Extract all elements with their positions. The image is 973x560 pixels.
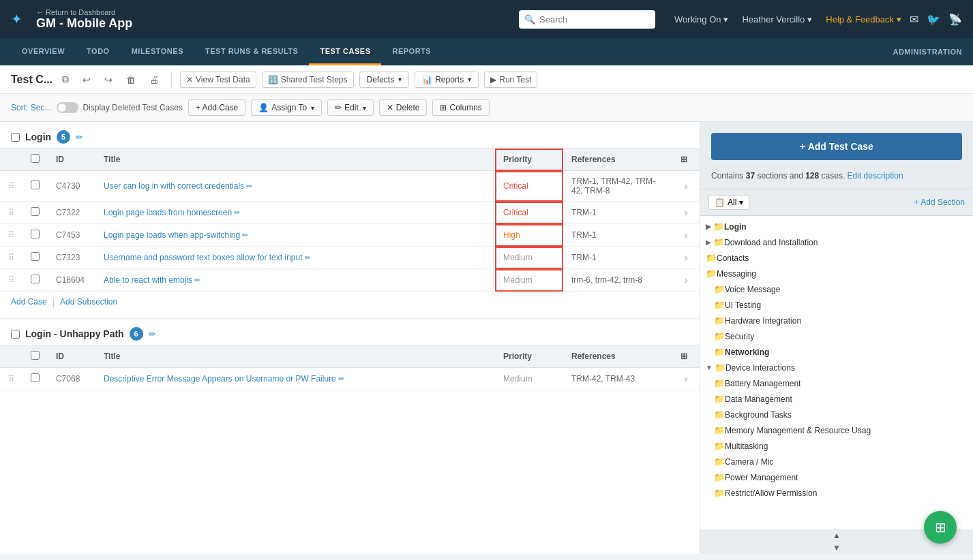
case-expand[interactable]: › (672, 368, 700, 390)
reports-btn[interactable]: 📊 Reports (415, 72, 479, 88)
case-expand[interactable]: › (672, 202, 700, 224)
add-test-case-btn[interactable]: + Add Test Case (711, 133, 962, 160)
case-expand[interactable]: › (672, 247, 700, 269)
shared-steps-btn[interactable]: 🔢 Shared Test Steps (262, 72, 354, 88)
drag-handle[interactable]: ⠿ (0, 269, 23, 292)
nav-milestones[interactable]: MILESTONES (121, 38, 194, 65)
row-checkbox[interactable] (31, 207, 40, 216)
nav-reports[interactable]: REPORTS (381, 38, 442, 65)
collapse-icon[interactable]: ▶ (706, 223, 711, 230)
add-subsection-link[interactable]: Add Subsection (60, 297, 117, 307)
fab-button[interactable]: ⊞ (924, 511, 957, 544)
print-btn[interactable]: 🖨 (145, 72, 163, 88)
tree-item[interactable]: 📁 Voice Message (700, 281, 973, 297)
case-title[interactable]: Login page loads from homescreen ✏ (95, 202, 495, 224)
drag-handle[interactable]: ⠿ (0, 247, 23, 269)
tree-item[interactable]: 📁 Data Management (700, 391, 973, 407)
columns-btn[interactable]: ⊞ Columns (432, 99, 489, 116)
search-input[interactable] (519, 10, 655, 29)
working-on-nav[interactable]: Working On ▾ (674, 14, 728, 25)
nav-administration[interactable]: ADMINISTRATION (893, 48, 962, 56)
mail-icon[interactable]: ✉ (910, 13, 918, 26)
login-section-edit-icon[interactable]: ✏ (76, 132, 83, 142)
tree-item[interactable]: ▶ 📁 Login (700, 219, 973, 234)
back-link[interactable]: ← Return to Dashboard (36, 8, 132, 16)
case-expand[interactable]: › (672, 224, 700, 247)
select-all-checkbox[interactable] (31, 154, 40, 163)
unhappy-section-checkbox[interactable] (11, 330, 20, 339)
nav-todo[interactable]: TODO (76, 38, 121, 65)
add-case-btn[interactable]: + Add Case (188, 99, 245, 116)
row-checkbox[interactable] (31, 181, 40, 189)
sort-value[interactable]: Sec... (31, 103, 52, 112)
folder-icon: 📁 (714, 394, 725, 404)
case-title[interactable]: Able to react with emojis ✏ (95, 269, 495, 292)
add-section-btn[interactable]: + Add Section (914, 198, 965, 207)
tree-item[interactable]: 📁 Messaging (700, 266, 973, 281)
edit-btn[interactable]: ✏ Edit (327, 99, 374, 116)
add-case-link[interactable]: Add Case (11, 297, 47, 307)
tree-filter-btn[interactable]: 📋 All ▾ (708, 195, 749, 210)
collapse-icon[interactable]: ▼ (706, 364, 713, 371)
delete-btn[interactable]: 🗑 (122, 72, 140, 88)
tree-item[interactable]: 📁 Power Management (700, 469, 973, 485)
help-nav[interactable]: Help & Feedback ▾ (826, 14, 901, 25)
tree-item[interactable]: 📁 Hardware Integration (700, 313, 973, 328)
nav-test-cases[interactable]: TEST CASES (309, 38, 381, 65)
row-checkbox[interactable] (31, 230, 40, 238)
tree-item[interactable]: 📁 Battery Management (700, 375, 973, 391)
deleted-toggle[interactable] (57, 102, 78, 113)
view-test-data-btn[interactable]: ✕ View Test Data (180, 72, 256, 88)
tree-item[interactable]: 📁 Multitasking (700, 438, 973, 454)
unhappy-select-all[interactable] (31, 351, 40, 360)
nav-overview[interactable]: OVERVIEW (11, 38, 76, 65)
case-references: trm-6, trm-42, trm-8 (563, 269, 672, 292)
drag-handle[interactable]: ⠿ (0, 202, 23, 224)
tree-item[interactable]: 📁 Restrict/Allow Permission (700, 485, 973, 501)
edit-description-link[interactable]: Edit description (848, 171, 903, 181)
tree-item[interactable]: 📁 UI Testing (700, 297, 973, 313)
tree-item[interactable]: 📁 Camera / Mic (700, 454, 973, 469)
folder-icon: 📁 (714, 300, 725, 310)
tree-item[interactable]: ▼ 📁 Device Interactions (700, 360, 973, 375)
case-title[interactable]: Username and password text boxes allow f… (95, 247, 495, 269)
import-btn[interactable]: ↩ (78, 72, 95, 88)
tree-item[interactable]: 📁 Background Tasks (700, 407, 973, 422)
right-panel-top: + Add Test Case (700, 122, 973, 171)
case-title[interactable]: Login page loads when app-switching ✏ (95, 224, 495, 247)
user-nav[interactable]: Heather Vercillo ▾ (742, 14, 812, 25)
copy-btn[interactable]: ⧉ (58, 71, 73, 88)
rss-icon[interactable]: 📡 (948, 13, 962, 26)
drag-handle[interactable]: ⠿ (0, 171, 23, 202)
tree-item[interactable]: 📁 Memory Management & Resource Usag (700, 422, 973, 438)
tree-item[interactable]: 📁 Networking (700, 344, 973, 360)
case-expand[interactable]: › (672, 269, 700, 292)
drag-handle[interactable]: ⠿ (0, 368, 23, 390)
drag-handle[interactable]: ⠿ (0, 224, 23, 247)
tree-item-label: Restrict/Allow Permission (725, 488, 817, 498)
twitter-icon[interactable]: 🐦 (927, 13, 940, 26)
section-tree[interactable]: ▶ 📁 Login ▶ 📁 Download and Installation … (700, 215, 973, 529)
export-btn[interactable]: ↪ (100, 72, 117, 88)
delete-icon: ✕ (387, 103, 393, 112)
case-expand[interactable]: › (672, 171, 700, 202)
row-checkbox[interactable] (31, 252, 40, 261)
tree-item[interactable]: 📁 Contacts (700, 250, 973, 266)
tree-item[interactable]: 📁 Security (700, 328, 973, 344)
row-checkbox[interactable] (31, 275, 40, 283)
scroll-down-arrow[interactable]: ▼ (700, 542, 973, 554)
login-section-checkbox[interactable] (11, 133, 20, 142)
nav-test-runs[interactable]: TEST RUNS & RESULTS (194, 38, 309, 65)
folder-icon: 📁 (706, 268, 717, 279)
run-test-btn[interactable]: ▶ Run Test (484, 72, 537, 88)
tree-item-label: Messaging (717, 269, 756, 279)
delete-case-btn[interactable]: ✕ Delete (379, 99, 428, 116)
defects-btn[interactable]: Defects (359, 72, 410, 88)
unhappy-section-edit-icon[interactable]: ✏ (149, 329, 156, 339)
collapse-icon[interactable]: ▶ (706, 238, 711, 246)
case-title[interactable]: Descriptive Error Message Appears on Use… (95, 368, 495, 390)
case-title[interactable]: User can log in with correct credentials… (95, 171, 495, 202)
tree-item[interactable]: ▶ 📁 Download and Installation (700, 234, 973, 250)
assign-to-btn[interactable]: 👤 Assign To (251, 99, 322, 116)
row-checkbox[interactable] (31, 373, 40, 382)
